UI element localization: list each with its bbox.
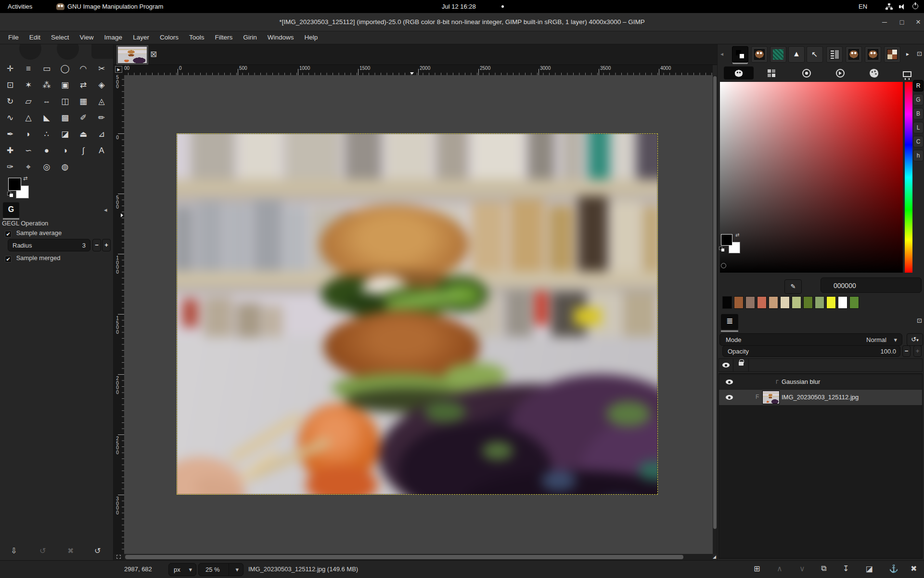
- reset-tool-options-button[interactable]: ↺: [94, 546, 101, 555]
- visibility-eye-icon[interactable]: [726, 395, 733, 400]
- channel-C[interactable]: C: [913, 136, 924, 147]
- tool-free-select[interactable]: ◠: [74, 61, 92, 77]
- layer-row-selected[interactable]: Ϝ IMG_20230503_125112.jpg: [719, 390, 922, 405]
- visibility-header-cell[interactable]: [719, 359, 733, 371]
- menu-view[interactable]: View: [75, 31, 99, 44]
- tool-paths[interactable]: ∫: [74, 143, 92, 159]
- palette-swatch[interactable]: [803, 296, 813, 309]
- gegl-operation-tool-button[interactable]: G: [3, 202, 19, 218]
- dock-tab-fonts[interactable]: [788, 46, 805, 63]
- pick-color-button[interactable]: ✎: [784, 279, 802, 294]
- sample-merged-checkbox[interactable]: ✔: [5, 256, 12, 263]
- hue-strip[interactable]: [905, 82, 912, 273]
- tool-scissors-select[interactable]: ✂: [92, 61, 111, 77]
- layers-detach-icon[interactable]: ⊡: [917, 317, 922, 324]
- palette-swatch[interactable]: [792, 296, 801, 309]
- palette-swatch[interactable]: [815, 296, 824, 309]
- tool-airbrush[interactable]: ∴: [38, 126, 56, 143]
- tool-pencil[interactable]: ✏: [92, 110, 111, 126]
- dock-tab-device-status[interactable]: [807, 46, 823, 63]
- menu-colors[interactable]: Colors: [154, 31, 184, 44]
- tool-text[interactable]: A: [92, 143, 111, 159]
- radius-decrease-button[interactable]: −: [92, 239, 101, 251]
- dock-tab-patterns[interactable]: [770, 46, 786, 63]
- quick-mask-toggle[interactable]: [114, 554, 124, 560]
- tool-paint-select[interactable]: ◍: [56, 159, 74, 175]
- opacity-decrease-button[interactable]: −: [902, 345, 911, 357]
- foreground-color-swatch[interactable]: [8, 178, 21, 191]
- dock-tab-fgbg-colors[interactable]: [732, 46, 748, 63]
- maximize-button[interactable]: □: [896, 17, 908, 27]
- tool-foreground-select[interactable]: ⊡: [1, 77, 19, 93]
- palette-swatch[interactable]: [745, 296, 755, 309]
- tool-cage-transform[interactable]: △: [19, 110, 38, 126]
- vertical-scrollbar-thumb[interactable]: [713, 76, 717, 529]
- empty-image-tab-icon[interactable]: ⊠: [150, 49, 157, 59]
- tool-crop[interactable]: ▣: [56, 77, 74, 93]
- lock-header-cell[interactable]: [734, 359, 749, 371]
- network-icon[interactable]: [886, 3, 893, 10]
- palette-swatch[interactable]: [757, 296, 767, 309]
- vertical-scrollbar[interactable]: [713, 75, 717, 554]
- tool-fuzzy-select[interactable]: ✶: [19, 77, 38, 93]
- tool-zoom[interactable]: ◎: [38, 159, 56, 175]
- palette-swatch[interactable]: [722, 296, 732, 309]
- dock-tab-document-history[interactable]: [826, 46, 843, 63]
- dialog-foreground-swatch[interactable]: [721, 234, 732, 246]
- menu-edit[interactable]: Edit: [24, 31, 46, 44]
- window-titlebar[interactable]: *[IMG_20230503_125112] (imported)-25.0 (…: [0, 13, 924, 31]
- tool-align[interactable]: ≡: [19, 61, 38, 77]
- tool-bucket-fill[interactable]: ◣: [38, 110, 56, 126]
- tool-rotate[interactable]: ↻: [1, 93, 19, 110]
- swap-colors-icon[interactable]: ⇄: [23, 175, 27, 182]
- dialog-swap-colors-icon[interactable]: ⇄: [735, 232, 739, 237]
- delete-layer-button[interactable]: ✖: [911, 564, 917, 573]
- visibility-eye-icon[interactable]: [726, 380, 733, 384]
- merge-layers-button[interactable]: ↧: [843, 564, 849, 573]
- palette-swatch[interactable]: [769, 296, 778, 309]
- tool-dodge-burn[interactable]: ◑: [56, 143, 74, 159]
- color-tab-cmyk[interactable]: [765, 66, 778, 79]
- tool-perspective-clone[interactable]: ⊿: [92, 126, 111, 143]
- vertical-ruler[interactable]: 500050010001500200025003000: [114, 75, 124, 554]
- tool-perspective[interactable]: ▦: [74, 93, 92, 110]
- menu-windows[interactable]: Windows: [262, 31, 299, 44]
- menu-tools[interactable]: Tools: [184, 31, 210, 44]
- color-tab-watercolor[interactable]: [800, 66, 813, 79]
- channel-R[interactable]: R: [913, 80, 924, 92]
- color-tab-palette[interactable]: [867, 66, 880, 79]
- horizontal-scrollbar-thumb[interactable]: [125, 555, 683, 559]
- tool-warp-transform[interactable]: ∿: [1, 110, 19, 126]
- tool-shear[interactable]: ▱: [19, 93, 38, 110]
- layer-row-filter[interactable]: ┌ Gaussian blur: [719, 375, 922, 389]
- channel-h[interactable]: h: [913, 150, 924, 161]
- palette-swatch[interactable]: [780, 296, 790, 309]
- tool-unified-transform[interactable]: ◈: [92, 77, 111, 93]
- sample-average-checkbox[interactable]: ✔: [5, 231, 12, 237]
- collapse-arrow-icon[interactable]: ◂: [104, 206, 107, 213]
- image-tab[interactable]: [116, 45, 148, 65]
- channel-L[interactable]: L: [913, 122, 924, 133]
- tool-move[interactable]: ✛: [1, 61, 19, 77]
- dialog-default-colors-icon[interactable]: [721, 249, 724, 251]
- menu-select[interactable]: Select: [46, 31, 75, 44]
- dock-tabs-right-arrow[interactable]: ▸: [906, 51, 909, 57]
- tool-scale[interactable]: ⇔: [38, 93, 56, 110]
- menu-help[interactable]: Help: [299, 31, 323, 44]
- tool-rectangle-select[interactable]: ▭: [38, 61, 56, 77]
- tool-mypaint-brush[interactable]: ◗: [19, 126, 38, 143]
- unit-dropdown[interactable]: px ▾: [168, 563, 196, 576]
- dock-tabs-left-arrow[interactable]: ◂: [720, 51, 723, 57]
- new-layer-button[interactable]: ⊞: [754, 564, 760, 573]
- horizontal-ruler[interactable]: 0005001000150020002500300035004000: [124, 65, 713, 75]
- palette-swatch[interactable]: [826, 296, 836, 309]
- canvas-viewport[interactable]: [124, 75, 713, 554]
- zoom-dropdown[interactable]: 25 % ▾: [198, 563, 244, 576]
- tool-flip[interactable]: ⇄: [74, 77, 92, 93]
- radius-increase-button[interactable]: +: [102, 239, 111, 251]
- navigation-preview-button[interactable]: ◢: [713, 553, 717, 560]
- save-tool-preset-button[interactable]: ⇩: [11, 546, 17, 555]
- palette-swatch[interactable]: [734, 296, 744, 309]
- tool-handle-transform[interactable]: ◬: [92, 93, 111, 110]
- opacity-slider[interactable]: Opacity 100.0: [722, 345, 900, 357]
